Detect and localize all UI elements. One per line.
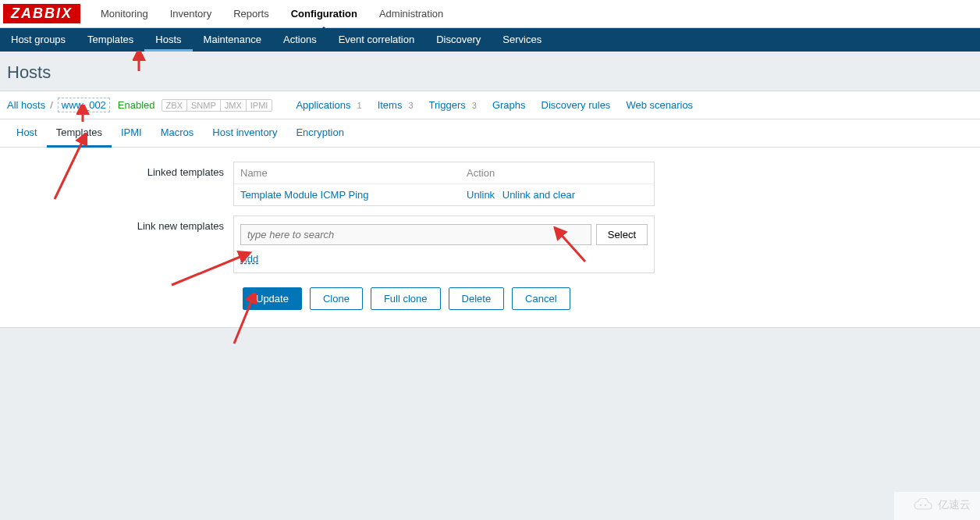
svg-point-7 — [925, 504, 927, 507]
tab-hostinventory[interactable]: Host inventory — [203, 119, 286, 147]
full-clone-button[interactable]: Full clone — [371, 287, 441, 310]
filter-triggers-link[interactable]: Triggers — [429, 99, 466, 111]
badge-jmx: JMX — [221, 100, 247, 111]
logo[interactable]: ZABBIX — [3, 4, 80, 23]
link-new-templates-box: Select Add — [233, 215, 655, 273]
top-nav: ZABBIX Monitoring Inventory Reports Conf… — [0, 0, 980, 28]
filter-bar: All hosts / www_002 Enabled ZBX SNMP JMX… — [0, 91, 980, 119]
sub-nav: Host groups Templates Hosts Maintenance … — [0, 28, 980, 52]
tab-encryption[interactable]: Encryption — [286, 119, 353, 147]
tab-ipmi[interactable]: IPMI — [112, 119, 151, 147]
linked-col-action: Action — [460, 162, 654, 183]
subnav-eventcorrelation[interactable]: Event correlation — [328, 28, 426, 52]
topnav-inventory[interactable]: Inventory — [159, 1, 222, 27]
subnav-services[interactable]: Services — [492, 28, 552, 52]
filter-webscenarios-link[interactable]: Web scenarios — [626, 99, 693, 111]
topnav-configuration[interactable]: Configuration — [280, 1, 368, 27]
topnav-reports[interactable]: Reports — [222, 1, 280, 27]
linked-templates-box: Name Action Template Module ICMP Ping Un… — [233, 162, 655, 206]
applications-count: 1 — [357, 101, 362, 110]
watermark: 亿速云 — [913, 498, 971, 512]
clone-button[interactable]: Clone — [310, 287, 363, 310]
linked-template-link[interactable]: Template Module ICMP Ping — [240, 189, 369, 201]
cancel-button[interactable]: Cancel — [512, 287, 570, 310]
filter-hostname[interactable]: www_002 — [58, 98, 110, 112]
filter-status-enabled: Enabled — [118, 99, 155, 111]
delete-button[interactable]: Delete — [449, 287, 505, 310]
add-link[interactable]: Add — [240, 253, 258, 265]
subnav-templates[interactable]: Templates — [76, 28, 144, 52]
subnav-hostgroups[interactable]: Host groups — [0, 28, 76, 52]
linked-templates-row: Linked templates Name Action Template Mo… — [7, 162, 973, 206]
unlink-link[interactable]: Unlink — [467, 189, 495, 201]
interface-badges: ZBX SNMP JMX IPMI — [162, 99, 273, 112]
breadcrumb-separator: / — [50, 99, 53, 111]
host-tabs: Host Templates IPMI Macros Host inventor… — [0, 119, 980, 148]
topnav-monitoring[interactable]: Monitoring — [90, 1, 159, 27]
filter-allhosts-link[interactable]: All hosts — [7, 99, 45, 111]
badge-zbx: ZBX — [162, 100, 187, 111]
linked-templates-header: Name Action — [234, 162, 654, 184]
filter-graphs-link[interactable]: Graphs — [492, 99, 526, 111]
select-button[interactable]: Select — [596, 224, 648, 245]
filter-items-link[interactable]: Items — [378, 99, 403, 111]
filter-discoveryrules-link[interactable]: Discovery rules — [541, 99, 611, 111]
page-title: Hosts — [0, 52, 980, 91]
template-search-input[interactable] — [240, 224, 591, 245]
items-count: 3 — [408, 101, 413, 110]
subnav-maintenance[interactable]: Maintenance — [193, 28, 272, 52]
svg-point-6 — [920, 504, 922, 507]
update-button[interactable]: Update — [243, 287, 302, 310]
cloud-icon — [913, 498, 933, 512]
tab-macros[interactable]: Macros — [151, 119, 204, 147]
linked-col-name: Name — [234, 162, 460, 183]
triggers-count: 3 — [472, 101, 477, 110]
tab-templates[interactable]: Templates — [47, 119, 112, 148]
tab-host[interactable]: Host — [7, 119, 47, 147]
filter-applications-link[interactable]: Applications — [296, 99, 350, 111]
subnav-hosts[interactable]: Hosts — [144, 28, 192, 52]
link-new-templates-label: Link new templates — [7, 215, 233, 232]
unlink-clear-link[interactable]: Unlink and clear — [502, 189, 575, 201]
linked-template-row: Template Module ICMP Ping Unlink Unlink … — [234, 184, 654, 205]
link-new-templates-row: Link new templates Select Add — [7, 215, 973, 273]
badge-ipmi: IPMI — [247, 100, 272, 111]
linked-templates-label: Linked templates — [7, 162, 233, 178]
subnav-discovery[interactable]: Discovery — [425, 28, 492, 52]
topnav-administration[interactable]: Administration — [368, 1, 454, 27]
badge-snmp: SNMP — [187, 100, 221, 111]
form-area: Linked templates Name Action Template Mo… — [0, 148, 980, 328]
action-buttons: Update Clone Full clone Delete Cancel — [243, 287, 973, 310]
